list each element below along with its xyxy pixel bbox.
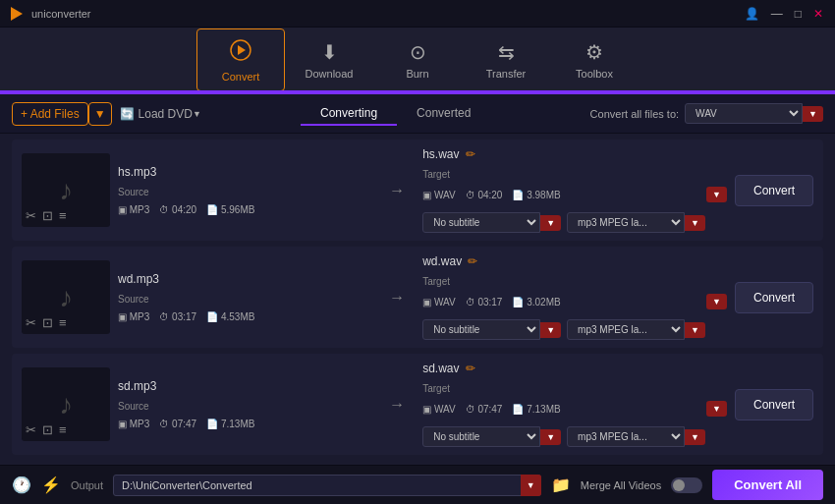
- source-filename-file3: sd.mp3: [118, 379, 371, 393]
- file-source-file1: hs.mp3 Source ▣ MP3 ⏱ 04:20 📄 5.96MB: [118, 165, 371, 215]
- audio-select-file2[interactable]: mp3 MPEG la...: [567, 319, 685, 340]
- crop-icon-file3[interactable]: ⊡: [42, 422, 53, 437]
- history-icon[interactable]: 🕐: [12, 476, 31, 494]
- transfer-nav-icon: ⇆: [498, 40, 515, 64]
- target-header-file3: sd.wav ✏: [422, 362, 727, 375]
- add-files-dropdown-arrow[interactable]: ▼: [88, 102, 112, 126]
- add-files-button[interactable]: + Add Files: [12, 102, 88, 126]
- source-info-file3: ▣ MP3 ⏱ 07:47 📄 7.13MB: [118, 419, 371, 429]
- arrow-col-file3: →: [379, 396, 415, 414]
- edit-icon-file3[interactable]: ✏: [466, 362, 475, 375]
- target-dropdown-red-file2[interactable]: ▼: [706, 294, 727, 309]
- subtitle-dropdown-arrow-file2[interactable]: ▼: [540, 322, 561, 338]
- target-format-file1: ▣ WAV: [422, 190, 455, 200]
- audio-select-file1[interactable]: mp3 MPEG la...: [567, 212, 685, 233]
- subtitle-select-file2[interactable]: No subtitle: [422, 319, 540, 340]
- svg-marker-0: [11, 7, 23, 21]
- convert-all-to-label: Convert all files to:: [590, 108, 679, 120]
- minimize-button[interactable]: —: [767, 7, 787, 21]
- edit-icon-file1[interactable]: ✏: [466, 147, 475, 161]
- settings-icon-file3[interactable]: ≡: [59, 422, 67, 437]
- convert-button-file3[interactable]: Convert: [735, 389, 813, 420]
- audio-dropdown-arrow-file1[interactable]: ▼: [685, 215, 705, 231]
- subtitle-select-file1[interactable]: No subtitle: [422, 212, 540, 233]
- load-dvd-icon: 🔄: [120, 107, 135, 121]
- nav-label-burn: Burn: [406, 68, 428, 80]
- target-format-file2: ▣ WAV: [422, 297, 455, 308]
- output-path-dropdown-arrow[interactable]: ▼: [521, 475, 541, 496]
- file-controls-file3: ✂ ⊡ ≡: [26, 422, 67, 437]
- nav-item-convert[interactable]: Convert: [196, 28, 285, 91]
- cut-icon-file2[interactable]: ✂: [26, 315, 36, 330]
- file-source-file3: sd.mp3 Source ▣ MP3 ⏱ 07:47 📄 7.13MB: [118, 379, 371, 429]
- arrow-col-file2: →: [379, 289, 415, 307]
- audio-dropdown-arrow-file3[interactable]: ▼: [685, 429, 705, 445]
- file-list: ♪ ✂ ⊡ ≡ hs.mp3 Source ▣ MP3 ⏱ 04:20 📄 5.…: [0, 134, 835, 465]
- target-format-file3: ▣ WAV: [422, 404, 455, 415]
- nav-label-toolbox: Toolbox: [576, 68, 613, 80]
- convert-all-button[interactable]: Convert All: [712, 470, 823, 500]
- source-duration-file3: ⏱ 07:47: [159, 419, 196, 429]
- output-path-wrapper: ▼: [113, 475, 541, 496]
- crop-icon-file2[interactable]: ⊡: [42, 315, 53, 330]
- target-dropdowns-file1: No subtitle ▼ mp3 MPEG la... ▼: [422, 212, 727, 233]
- target-filename-file2: wd.wav: [422, 254, 462, 268]
- nav-item-toolbox[interactable]: ⚙ Toolbox: [550, 28, 639, 91]
- file-row-file3: ♪ ✂ ⊡ ≡ sd.mp3 Source ▣ MP3 ⏱ 07:47 📄 7.…: [12, 354, 823, 455]
- convert-button-file1[interactable]: Convert: [735, 175, 813, 206]
- target-format-dropdown-file1: ▼: [706, 187, 727, 202]
- target-label-file2: Target: [422, 276, 727, 287]
- target-size-file1: 📄 3.98MB: [512, 190, 560, 200]
- target-dropdown-red-file3[interactable]: ▼: [706, 401, 727, 417]
- target-dropdown-red-file1[interactable]: ▼: [706, 187, 727, 202]
- speed-icon[interactable]: ⚡: [41, 476, 61, 494]
- file-row-file1: ♪ ✂ ⊡ ≡ hs.mp3 Source ▣ MP3 ⏱ 04:20 📄 5.…: [12, 140, 823, 241]
- nav-item-transfer[interactable]: ⇆ Transfer: [462, 28, 550, 91]
- top-nav: Convert ⬇ Download ⊙ Burn ⇆ Transfer ⚙ T…: [0, 28, 835, 94]
- target-format-dropdown-file3: ▼: [706, 401, 727, 417]
- merge-toggle[interactable]: [671, 477, 702, 493]
- subtitle-dropdown-arrow-file3[interactable]: ▼: [540, 429, 561, 445]
- convert-nav-icon: [229, 38, 252, 67]
- nav-item-download[interactable]: ⬇ Download: [285, 28, 373, 91]
- output-folder-button[interactable]: 📁: [551, 476, 571, 494]
- source-label-file3: Source: [118, 401, 371, 412]
- crop-icon-file1[interactable]: ⊡: [42, 208, 53, 223]
- target-info-file1: ▣ WAV ⏱ 04:20 📄 3.98MB ▼: [422, 187, 727, 202]
- svg-marker-2: [238, 45, 246, 55]
- nav-label-download: Download: [306, 68, 354, 80]
- tab-converting[interactable]: Converting: [301, 102, 397, 126]
- target-dropdowns-file2: No subtitle ▼ mp3 MPEG la... ▼: [422, 319, 727, 340]
- format-select[interactable]: WAV: [685, 103, 803, 124]
- download-nav-icon: ⬇: [321, 40, 338, 64]
- convert-button-file2[interactable]: Convert: [735, 282, 813, 313]
- output-path-input[interactable]: [113, 475, 541, 496]
- file-row-file2: ♪ ✂ ⊡ ≡ wd.mp3 Source ▣ MP3 ⏱ 03:17 📄 4.…: [12, 247, 823, 348]
- load-dvd-button[interactable]: 🔄 Load DVD: [120, 107, 193, 121]
- nav-item-burn[interactable]: ⊙ Burn: [373, 28, 462, 91]
- target-format-dropdown-file2: ▼: [706, 294, 727, 309]
- settings-icon-file2[interactable]: ≡: [59, 315, 67, 330]
- source-label-file2: Source: [118, 294, 371, 305]
- target-info-file3: ▣ WAV ⏱ 07:47 📄 7.13MB ▼: [422, 401, 727, 417]
- tab-converted[interactable]: Converted: [397, 102, 490, 126]
- subtitle-dropdown-arrow-file1[interactable]: ▼: [540, 215, 561, 231]
- subtitle-select-file3[interactable]: No subtitle: [422, 426, 540, 447]
- burn-nav-icon: ⊙: [410, 40, 426, 64]
- nav-bottom-line: [0, 90, 835, 92]
- settings-icon-file1[interactable]: ≡: [59, 208, 67, 223]
- load-dvd-dropdown-arrow[interactable]: ▼: [193, 109, 201, 119]
- file-source-file2: wd.mp3 Source ▣ MP3 ⏱ 03:17 📄 4.53MB: [118, 272, 371, 322]
- audio-dropdown-arrow-file2[interactable]: ▼: [685, 322, 705, 338]
- cut-icon-file1[interactable]: ✂: [26, 208, 36, 223]
- user-icon[interactable]: 👤: [741, 7, 763, 21]
- source-filename-file1: hs.mp3: [118, 165, 371, 179]
- edit-icon-file2[interactable]: ✏: [468, 254, 477, 268]
- close-button[interactable]: ✕: [809, 7, 827, 21]
- cut-icon-file3[interactable]: ✂: [26, 422, 36, 437]
- target-duration-file1: ⏱ 04:20: [466, 190, 503, 200]
- source-info-file1: ▣ MP3 ⏱ 04:20 📄 5.96MB: [118, 204, 371, 215]
- maximize-button[interactable]: □: [791, 7, 806, 21]
- format-dropdown-arrow[interactable]: ▼: [803, 106, 823, 122]
- audio-select-file3[interactable]: mp3 MPEG la...: [567, 426, 685, 447]
